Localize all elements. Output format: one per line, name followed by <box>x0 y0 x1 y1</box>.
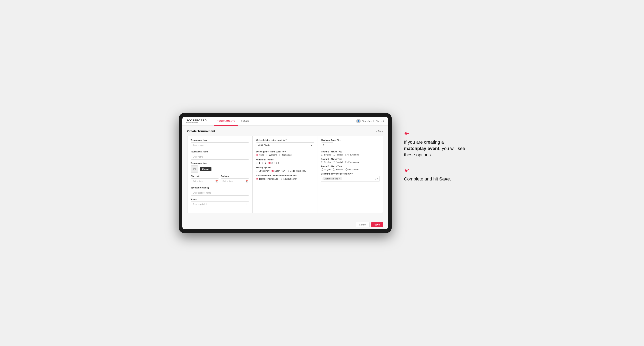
rounds-3[interactable]: 3 <box>268 162 273 164</box>
round2-match-type: Round 2 - Match Type Singles Fourball Fo… <box>321 158 380 163</box>
arrow-container-1: ➜ <box>404 129 466 137</box>
top-nav: SCOREBOARD Powered by clippit TOURNAMENT… <box>182 117 388 126</box>
upload-button[interactable]: Upload <box>200 167 212 171</box>
page-wrapper: SCOREBOARD Powered by clippit TOURNAMENT… <box>179 113 466 233</box>
rounds-4[interactable]: 4 <box>274 162 279 164</box>
save-button[interactable]: Save <box>371 222 383 227</box>
logo-upload-row: 🖼 Upload <box>191 165 249 173</box>
venue-input[interactable] <box>191 201 249 207</box>
venue-dropdown-icon: ▼ <box>246 203 248 205</box>
arrow-container-2: ➜ <box>404 166 466 174</box>
round3-singles[interactable]: Singles <box>321 169 331 171</box>
round3-match-type: Round 3 - Match Type Singles Fourball Fo… <box>321 165 380 171</box>
remove-tag-icon[interactable]: ✕ <box>339 178 341 180</box>
user-name: Test User <box>362 120 372 122</box>
sponsor-input[interactable] <box>191 190 249 196</box>
round2-singles[interactable]: Singles <box>321 161 331 163</box>
scoring-match[interactable]: Match Play <box>272 170 284 172</box>
division-select[interactable]: NCAA Division I NCAA Division II NCAA Di… <box>256 142 314 148</box>
gender-radio-group: Mens Womens Combined <box>256 154 314 156</box>
arrow-left-down-icon: ➜ <box>403 166 410 175</box>
form-col1: Tournament Host Tournament name Tourname… <box>188 136 253 213</box>
tournament-host-input[interactable] <box>191 142 249 148</box>
cancel-button[interactable]: Cancel <box>356 222 370 227</box>
venue-group: Venue ▼ <box>191 198 249 207</box>
calendar-icon-end: 📅 <box>246 180 248 182</box>
nav-links: TOURNAMENTS TEAMS <box>214 117 356 126</box>
round2-foursomes[interactable]: Foursomes <box>345 161 358 163</box>
round2-radio-group: Singles Fourball Foursomes <box>321 161 380 163</box>
max-team-size-label: Maximum Team Size <box>321 139 380 141</box>
form-col2: Which division is the event for? NCAA Di… <box>253 136 318 213</box>
tablet-device: SCOREBOARD Powered by clippit TOURNAMENT… <box>179 113 392 233</box>
rounds-label: Number of rounds <box>256 159 314 161</box>
third-party-tag: Leaderboard King ✕ <box>322 177 342 180</box>
end-date-label: End date <box>221 175 249 177</box>
arrow-left-icon: ➜ <box>404 129 410 137</box>
teams-option[interactable]: Teams (+Individuals) <box>256 178 278 180</box>
tournament-name-label: Tournament name <box>191 151 249 153</box>
gender-mens[interactable]: Mens <box>256 154 264 156</box>
user-icon: 👤 <box>356 119 360 123</box>
round3-fourball[interactable]: Fourball <box>333 169 343 171</box>
scoring-radio-group: Stroke Play Match Play Medal Match Play <box>256 170 314 172</box>
round3-label: Round 3 - Match Type <box>321 165 380 168</box>
tournament-name-input[interactable] <box>191 154 249 160</box>
sponsor-label: Sponsor (optional) <box>191 187 249 189</box>
round1-foursomes[interactable]: Foursomes <box>345 154 358 156</box>
start-date-wrap: 📅 <box>191 178 219 184</box>
scoring-stroke[interactable]: Stroke Play <box>256 170 270 172</box>
division-label: Which division is the event for? <box>256 139 314 141</box>
nav-right: 👤 Test User | Sign out <box>356 119 384 123</box>
logo-placeholder-icon: 🖼 <box>191 165 198 173</box>
separator: | <box>373 120 374 122</box>
round1-fourball[interactable]: Fourball <box>333 154 343 156</box>
round1-singles[interactable]: Singles <box>321 154 331 156</box>
annotation-area: ➜ If you are creating a matchplay event,… <box>404 113 466 182</box>
form-layout: Tournament Host Tournament name Tourname… <box>187 136 383 213</box>
page-header: Create Tournament < Back <box>187 129 383 133</box>
annotation-block-1: ➜ If you are creating a matchplay event,… <box>404 129 466 158</box>
max-team-size-group: Maximum Team Size <box>321 139 380 148</box>
logo-text: SCOREBOARD <box>186 119 207 122</box>
round1-match-type: Round 1 - Match Type Singles Fourball Fo… <box>321 151 380 156</box>
individuals-option[interactable]: Individuals Only <box>280 178 297 180</box>
teams-individuals-label: Is this event for Teams and/or Individua… <box>256 174 314 177</box>
start-date-label: Start date <box>191 175 219 177</box>
tablet-screen: SCOREBOARD Powered by clippit TOURNAMENT… <box>182 117 388 229</box>
sign-out-link[interactable]: Sign out <box>376 120 384 122</box>
gender-womens[interactable]: Womens <box>266 154 277 156</box>
round3-radio-group: Singles Fourball Foursomes <box>321 169 380 171</box>
multi-select-arrows-icon: ▲▼ <box>375 178 378 180</box>
end-date-input[interactable] <box>221 178 249 184</box>
third-party-label: Use third-party live scoring API? <box>321 173 380 175</box>
rounds-1[interactable]: 1 <box>256 162 260 164</box>
tournament-logo-label: Tournament logo <box>191 162 249 164</box>
start-date-input[interactable] <box>191 178 219 184</box>
third-party-select-wrap[interactable]: Leaderboard King ✕ ▲▼ <box>321 176 380 182</box>
round2-label: Round 2 - Match Type <box>321 158 380 160</box>
rounds-group: Number of rounds 1 2 3 <box>256 159 314 164</box>
form-col3: Maximum Team Size Round 1 - Match Type S… <box>318 136 383 213</box>
round1-radio-group: Singles Fourball Foursomes <box>321 154 380 156</box>
scoring-medal[interactable]: Medal Match Play <box>287 170 306 172</box>
gender-label: Which gender is the event for? <box>256 151 314 153</box>
max-team-size-input[interactable] <box>321 142 333 148</box>
annotation-text-2: Complete and hit Save. <box>404 176 466 182</box>
teams-radio-group: Teams (+Individuals) Individuals Only <box>256 178 314 180</box>
tournament-host-group: Tournament Host <box>191 139 249 148</box>
tournament-host-label: Tournament Host <box>191 139 249 141</box>
back-link[interactable]: < Back <box>376 130 383 132</box>
round2-fourball[interactable]: Fourball <box>333 161 343 163</box>
dates-group: Start date 📅 End date <box>191 175 249 184</box>
round3-foursomes[interactable]: Foursomes <box>345 169 358 171</box>
nav-link-teams[interactable]: TEAMS <box>238 117 252 126</box>
page-title: Create Tournament <box>187 129 215 133</box>
nav-link-tournaments[interactable]: TOURNAMENTS <box>214 117 238 126</box>
rounds-2[interactable]: 2 <box>262 162 266 164</box>
third-party-group: Use third-party live scoring API? Leader… <box>321 173 380 182</box>
main-content: Create Tournament < Back Tournament Host… <box>182 126 388 220</box>
logo-area: SCOREBOARD Powered by clippit <box>186 119 211 123</box>
annotation-block-2: ➜ Complete and hit Save. <box>404 166 466 182</box>
gender-combined[interactable]: Combined <box>279 154 292 156</box>
